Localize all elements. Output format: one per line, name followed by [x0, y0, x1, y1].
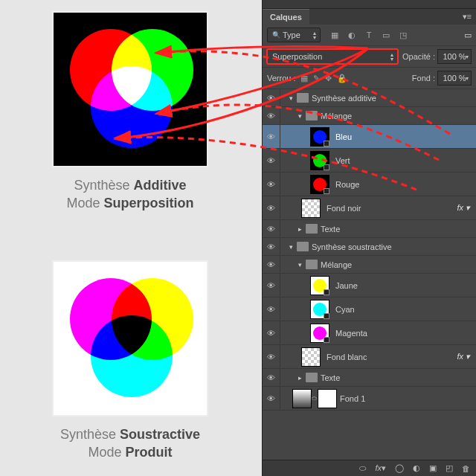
folder-icon	[306, 373, 318, 382]
visibility-toggle[interactable]: 👁	[263, 149, 280, 172]
layer-fx-badge[interactable]: fx ▾	[457, 352, 470, 361]
layer-group-row[interactable]: 👁▾Synthèse soustractive	[263, 238, 476, 256]
lock-all-icon[interactable]: 🔒	[337, 74, 347, 83]
layer-name[interactable]: Mélange	[321, 112, 352, 120]
visibility-toggle[interactable]: 👁	[263, 321, 280, 344]
visibility-toggle[interactable]: 👁	[263, 369, 280, 386]
filter-type-icon[interactable]: T	[364, 30, 374, 40]
layer-group-row[interactable]: 👁▸Texte	[263, 220, 476, 238]
fill-input[interactable]: 100 % ▾	[437, 71, 472, 86]
layers-tab[interactable]: Calques	[263, 9, 309, 25]
visibility-toggle[interactable]: 👁	[263, 345, 280, 368]
layer-name[interactable]: Magenta	[335, 329, 367, 338]
layer-name[interactable]: Texte	[321, 373, 340, 382]
visibility-toggle[interactable]: 👁	[263, 298, 280, 321]
filter-kind-label: Type	[283, 30, 300, 39]
layer-row[interactable]: 👁Fond noirfx ▾	[263, 196, 476, 220]
blend-mode-select[interactable]: Superposition ▴▾	[267, 49, 398, 64]
layer-name[interactable]: Fond 1	[340, 394, 365, 403]
layer-name[interactable]: Synthèse soustractive	[312, 242, 392, 251]
subtractive-illustration: Synthèse Soustractive Mode Produit	[52, 260, 208, 462]
chevron-down-icon: ▾	[466, 54, 469, 60]
new-group-icon[interactable]: ▣	[429, 463, 437, 473]
subtractive-caption: Synthèse Soustractive Mode Produit	[52, 425, 208, 462]
panel-footer: ⬭ fx▾ ◯ ◐ ▣ ◰ 🗑	[263, 460, 476, 476]
layer-row[interactable]: 👁Jaune	[263, 274, 476, 298]
layer-name[interactable]: Jaune	[335, 281, 358, 290]
layer-group-row[interactable]: 👁▾Mélange	[263, 107, 476, 125]
caption-strong: Produit	[126, 445, 173, 460]
blue-circle	[91, 66, 173, 148]
lock-transparent-icon[interactable]: ▦	[300, 74, 308, 83]
filter-toggle[interactable]: ▭	[464, 30, 472, 40]
layer-group-row[interactable]: 👁▸Texte	[263, 369, 476, 387]
layer-name[interactable]: Cyan	[335, 305, 355, 314]
layer-mask-icon[interactable]: ◯	[395, 463, 404, 473]
visibility-toggle[interactable]: 👁	[263, 173, 280, 196]
disclose-icon[interactable]: ▸	[298, 374, 306, 382]
layer-name[interactable]: Fond blanc	[327, 353, 367, 361]
visibility-toggle[interactable]: 👁	[263, 220, 280, 237]
folder-icon	[297, 242, 309, 251]
panel-menu-icon[interactable]: ▾≡	[458, 9, 476, 25]
filter-shape-icon[interactable]: ▭	[381, 30, 391, 40]
layer-fx-badge[interactable]: fx ▾	[457, 203, 470, 213]
folder-icon	[306, 111, 318, 120]
layer-group-row[interactable]: 👁▾Mélange	[263, 256, 476, 274]
visibility-toggle[interactable]: 👁	[263, 238, 280, 255]
layer-row[interactable]: 👁Vert	[263, 149, 476, 173]
layers-panel: Calques ▾≡ 🔍 Type ▴▾ ▦ ◐ T ▭ ◳ ▭ Superpo…	[262, 0, 476, 476]
layer-style-icon[interactable]: fx▾	[375, 463, 386, 473]
visibility-toggle[interactable]: 👁	[263, 196, 280, 219]
disclose-icon[interactable]: ▾	[298, 261, 306, 268]
new-layer-icon[interactable]: ◰	[446, 463, 453, 473]
link-layers-icon[interactable]: ⬭	[359, 463, 366, 473]
visibility-toggle[interactable]: 👁	[263, 256, 280, 273]
layer-row[interactable]: 👁Rouge	[263, 173, 476, 196]
disclose-icon[interactable]: ▾	[289, 94, 297, 102]
layer-name[interactable]: Rouge	[335, 180, 359, 189]
layer-name[interactable]: Texte	[321, 225, 340, 234]
visibility-toggle[interactable]: 👁	[263, 89, 280, 106]
layer-row[interactable]: 👁Magenta	[263, 321, 476, 345]
chevron-updown-icon: ▴▾	[390, 53, 393, 62]
lock-pixels-icon[interactable]: ✎	[313, 74, 320, 83]
disclose-icon[interactable]: ▾	[289, 243, 297, 251]
layer-row[interactable]: 👁Cyan	[263, 298, 476, 321]
layer-row[interactable]: 👁Fond blancfx ▾	[263, 345, 476, 369]
filter-smart-icon[interactable]: ◳	[398, 30, 408, 40]
visibility-toggle[interactable]: 👁	[263, 107, 280, 124]
visibility-toggle[interactable]: 👁	[263, 125, 280, 148]
caption-strong: Superposition	[104, 196, 194, 210]
layer-name[interactable]: Mélange	[321, 260, 352, 269]
layer-name[interactable]: Synthèse additive	[312, 94, 376, 103]
layer-row[interactable]: 👁⬭Fond 1	[263, 387, 476, 411]
layer-group-row[interactable]: 👁▾Synthèse additive	[263, 89, 476, 107]
fill-label: Fond :	[412, 74, 435, 83]
caption-text: Mode	[88, 445, 125, 460]
opacity-label: Opacité :	[402, 52, 435, 61]
layer-name[interactable]: Bleu	[335, 132, 352, 141]
delete-layer-icon[interactable]: 🗑	[462, 464, 470, 473]
lock-position-icon[interactable]: ✥	[325, 74, 332, 83]
layer-row[interactable]: 👁Bleu	[263, 125, 476, 149]
layer-name[interactable]: Fond noir	[327, 204, 361, 213]
gradient-thumb	[292, 389, 312, 408]
link-icon: ⬭	[312, 395, 316, 402]
disclose-icon[interactable]: ▾	[298, 112, 306, 120]
new-fill-icon[interactable]: ◐	[413, 463, 420, 473]
layer-thumb	[301, 347, 321, 367]
visibility-toggle[interactable]: 👁	[263, 274, 280, 297]
cyan-circle	[91, 315, 173, 397]
visibility-toggle[interactable]: 👁	[263, 387, 280, 410]
opacity-input[interactable]: 100 % ▾	[437, 49, 472, 64]
filter-adjust-icon[interactable]: ◐	[347, 30, 357, 40]
filter-pixel-icon[interactable]: ▦	[329, 30, 340, 40]
disclose-icon[interactable]: ▸	[298, 225, 306, 233]
lock-label: Verrou :	[267, 74, 296, 83]
chevron-updown-icon: ▴▾	[313, 31, 316, 40]
filter-icons-row: ▦ ◐ T ▭ ◳	[329, 30, 408, 40]
filter-kind-select[interactable]: 🔍 Type ▴▾	[267, 28, 321, 42]
layer-name[interactable]: Vert	[335, 156, 350, 165]
panel-top-grip[interactable]	[263, 0, 476, 9]
